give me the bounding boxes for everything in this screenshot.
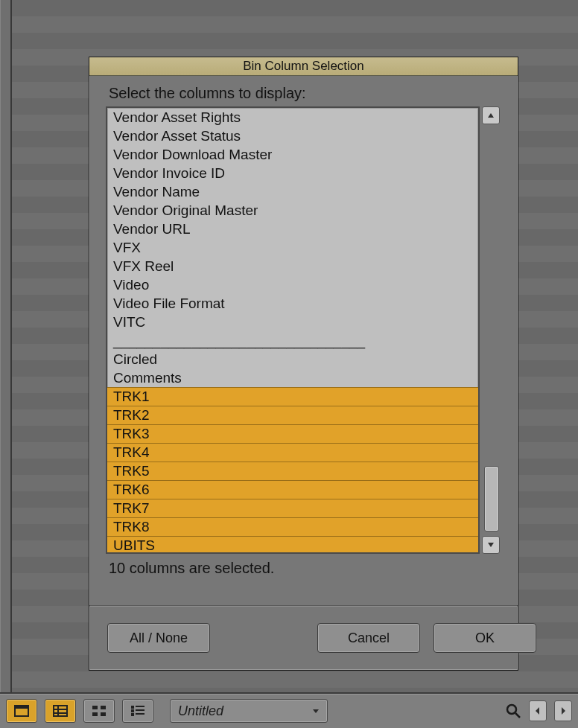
column-option[interactable]: Vendor Original Master	[107, 201, 478, 220]
svg-line-17	[515, 713, 520, 718]
view-mode-list-button[interactable]	[45, 699, 76, 723]
column-option[interactable]: Vendor Asset Status	[107, 127, 478, 145]
column-option[interactable]: Vendor URL	[107, 220, 478, 238]
scroll-up-button[interactable]	[482, 106, 500, 124]
svg-rect-8	[92, 712, 98, 716]
selection-status: 10 columns are selected.	[89, 554, 518, 577]
svg-point-16	[507, 705, 516, 714]
column-option[interactable]: VFX Reel	[107, 257, 478, 275]
svg-rect-13	[136, 709, 144, 711]
column-option[interactable]: TRK6	[107, 480, 478, 499]
column-option[interactable]: Vendor Name	[107, 182, 478, 201]
column-option[interactable]: VITC	[107, 313, 478, 331]
column-option[interactable]: TRK7	[107, 499, 478, 517]
column-option[interactable]: Circled	[107, 350, 478, 368]
pager-prev-button[interactable]	[529, 700, 547, 721]
scroll-track[interactable]	[483, 129, 499, 531]
column-option[interactable]: Vendor Asset Rights	[107, 108, 478, 127]
column-option[interactable]: UBITS	[107, 536, 478, 554]
chevron-down-icon	[312, 707, 320, 715]
svg-rect-11	[136, 706, 144, 707]
bottom-toolbar: Untitled	[0, 692, 578, 728]
dialog-prompt: Select the columns to display:	[89, 76, 518, 106]
svg-rect-2	[54, 706, 67, 716]
column-option[interactable]: TRK5	[107, 462, 478, 480]
view-mode-frame-button[interactable]	[6, 699, 37, 723]
svg-rect-14	[131, 713, 134, 716]
search-icon[interactable]	[505, 703, 521, 719]
column-option[interactable]: ________________________________	[107, 331, 478, 350]
pager-next-button[interactable]	[554, 700, 572, 721]
all-none-button[interactable]: All / None	[107, 623, 210, 653]
column-option[interactable]: Vendor Download Master	[107, 145, 478, 164]
scrollbar	[480, 106, 501, 554]
dialog-title: Bin Column Selection	[89, 57, 518, 76]
column-option[interactable]: Comments	[107, 368, 478, 387]
dialog-button-row: All / None Cancel OK	[89, 606, 518, 670]
view-mode-grid-button[interactable]	[83, 699, 115, 723]
bin-title-dropdown[interactable]: Untitled	[170, 699, 328, 723]
column-listbox[interactable]: Vendor Asset RightsVendor Asset StatusVe…	[106, 106, 480, 554]
column-option[interactable]: TRK1	[107, 387, 478, 406]
column-option[interactable]: Video	[107, 275, 478, 294]
cancel-button[interactable]: Cancel	[317, 623, 420, 653]
svg-rect-1	[15, 706, 28, 709]
column-option[interactable]: TRK4	[107, 443, 478, 462]
scroll-thumb[interactable]	[484, 466, 499, 531]
svg-rect-10	[131, 706, 134, 709]
ok-button[interactable]: OK	[434, 623, 536, 653]
view-mode-story-button[interactable]	[122, 699, 153, 723]
svg-rect-9	[101, 712, 106, 716]
column-option[interactable]: Vendor Invoice ID	[107, 164, 478, 182]
bin-title-text: Untitled	[178, 703, 223, 719]
svg-rect-12	[131, 709, 134, 712]
svg-rect-6	[92, 706, 98, 709]
column-option[interactable]: VFX	[107, 238, 478, 257]
column-option[interactable]: TRK3	[107, 424, 478, 443]
column-option[interactable]: TRK2	[107, 406, 478, 424]
column-option[interactable]: Video File Format	[107, 294, 478, 313]
column-option[interactable]: TRK8	[107, 517, 478, 536]
scroll-down-button[interactable]	[482, 536, 500, 554]
svg-rect-7	[101, 706, 106, 709]
svg-rect-15	[136, 713, 144, 715]
bin-column-selection-dialog: Bin Column Selection Select the columns …	[89, 57, 518, 671]
